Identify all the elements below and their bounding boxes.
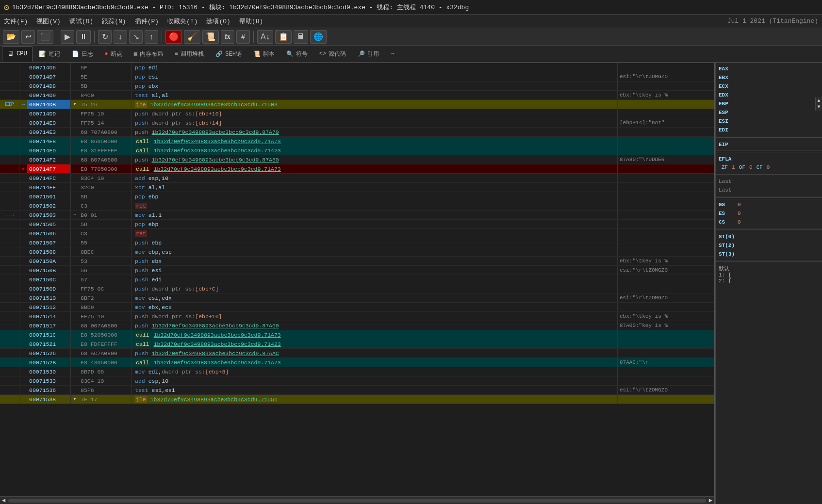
scroll-right-btn[interactable]: ▶: [707, 497, 714, 504]
operand[interactable]: 1b32d70ef9c3498893acbe3bcb9c3cd9.87A70: [152, 129, 279, 135]
menu-file[interactable]: 文件(F): [4, 17, 28, 26]
row-instruction[interactable]: push dword ptr ss:[ebp+10]: [132, 312, 617, 321]
row-address[interactable]: 0007150C: [27, 275, 71, 284]
tab-symbols[interactable]: 🔍 符号: [281, 46, 313, 62]
table-row[interactable]: 00071533 83C4 10 add esp,10: [0, 376, 714, 386]
row-instruction[interactable]: mov esi,edx: [132, 293, 617, 302]
bp-cell[interactable]: [19, 211, 27, 219]
bp-cell[interactable]: [19, 183, 27, 192]
bp-cell[interactable]: [19, 81, 27, 90]
bp-cell[interactable]: [19, 63, 27, 72]
table-row[interactable]: 000714FF 32C0 xor al,al: [0, 183, 714, 192]
table-row[interactable]: 000714ED E8 31FFFFFF call 1b32d70ef9c349…: [0, 146, 714, 155]
row-instruction[interactable]: push edi: [132, 275, 617, 284]
row-address[interactable]: 0007152B: [27, 358, 71, 367]
toolbar-script[interactable]: 📜: [202, 30, 219, 44]
st0-row[interactable]: ST(0): [719, 232, 819, 241]
bp-cell[interactable]: [19, 321, 27, 330]
toolbar-fx[interactable]: fx: [221, 30, 234, 44]
bp-cell[interactable]: [19, 266, 27, 275]
row-address[interactable]: 000714E3: [27, 128, 71, 136]
table-row[interactable]: 00071510 8BF2 mov esi,edx esi:"\r\tZOMGZ…: [0, 293, 714, 303]
seg-es-row[interactable]: ES 0: [719, 209, 819, 218]
table-row[interactable]: 00071505 5D pop ebp: [0, 220, 714, 229]
row-address[interactable]: 000714E0: [27, 118, 71, 127]
bp-cell[interactable]: [19, 303, 27, 311]
row-address[interactable]: 00071538: [27, 395, 71, 404]
reg-scroll-down[interactable]: ▼: [817, 104, 820, 110]
row-address[interactable]: 0007151C: [27, 330, 71, 339]
row-instruction[interactable]: ret: [132, 201, 617, 210]
flag-zf-val[interactable]: 1: [732, 164, 735, 170]
operand[interactable]: 1b32d70ef9c3498893acbe3bcb9c3cd9.71A73: [154, 332, 281, 338]
tab-script[interactable]: 📜 脚本: [248, 46, 280, 62]
toolbar-open[interactable]: 📂: [3, 30, 19, 44]
operand[interactable]: 1b32d70ef9c3498893acbe3bcb9c3cd9.71503: [150, 101, 278, 108]
row-address[interactable]: 000714D6: [27, 63, 71, 72]
row-instruction[interactable]: xor al,al: [132, 183, 617, 192]
row-instruction[interactable]: test esi,esi: [132, 386, 617, 394]
tab-notes[interactable]: 📝 笔记: [33, 46, 66, 62]
bp-cell[interactable]: [19, 109, 27, 118]
tab-seh[interactable]: 🔗 SEH链: [210, 46, 247, 62]
table-row[interactable]: EIP → 000714DB ▼ 75 26 jne 1b32d70ef9c34…: [0, 100, 714, 109]
row-instruction[interactable]: push dword ptr ss:[ebp+10]: [132, 109, 617, 118]
bp-cell[interactable]: [19, 229, 27, 238]
bp-cell[interactable]: [19, 293, 27, 302]
toolbar-hash[interactable]: #: [236, 30, 250, 44]
row-address[interactable]: 000714E8: [27, 137, 71, 146]
toolbar-breakpoint[interactable]: 🔴: [165, 30, 182, 44]
table-row[interactable]: 0007150C 57 push edi: [0, 275, 714, 284]
row-address[interactable]: 00071502: [27, 201, 71, 210]
row-address[interactable]: 00071530: [27, 367, 71, 376]
toolbar-calc[interactable]: 🖩: [294, 30, 308, 44]
bp-cell[interactable]: [19, 330, 27, 339]
flag-of-val[interactable]: 0: [749, 164, 753, 170]
toolbar-globe[interactable]: 🌐: [310, 30, 327, 44]
row-address[interactable]: 000714ED: [27, 146, 71, 155]
row-address[interactable]: 00071512: [27, 303, 71, 311]
toolbar-step-over[interactable]: ↘: [129, 30, 143, 44]
table-row[interactable]: 00071538 ▼ 7E 17 jle 1b32d70ef9c3498893a…: [0, 395, 714, 404]
reg-edi-row[interactable]: EDI: [719, 126, 819, 134]
disasm-panel[interactable]: 000714D6 5F pop edi 000714D7 5E pop esi …: [0, 63, 715, 504]
row-instruction[interactable]: ret: [132, 229, 617, 238]
row-address[interactable]: 00071507: [27, 238, 71, 247]
row-instruction[interactable]: push ebp: [132, 238, 617, 247]
bp-cell[interactable]: [19, 72, 27, 81]
toolbar-stop[interactable]: ⬛: [37, 30, 53, 44]
operand[interactable]: 1b32d70ef9c3498893acbe3bcb9c3cd9.71423: [154, 147, 281, 154]
bp-cell[interactable]: [19, 312, 27, 321]
table-row[interactable]: ● 000714F7 E8 77050000 call 1b32d70ef9c3…: [0, 164, 714, 174]
toolbar-run[interactable]: ▶: [61, 30, 74, 44]
row-address[interactable]: 000714DB: [27, 100, 71, 109]
table-row[interactable]: 000714D7 5E pop esi esi:"\r\tZOMGZO: [0, 72, 714, 81]
table-row[interactable]: 0007151C E8 52050000 call 1b32d70ef9c349…: [0, 330, 714, 340]
operand[interactable]: 1b32d70ef9c3498893acbe3bcb9c3cd9.71A73: [154, 138, 281, 145]
menu-help[interactable]: 帮助(H): [239, 17, 263, 26]
row-address[interactable]: 00071501: [27, 192, 71, 201]
operand[interactable]: 1b32d70ef9c3498893acbe3bcb9c3cd9.71423: [154, 341, 281, 347]
reg-efla-row[interactable]: EFLA: [719, 155, 819, 163]
bp-cell[interactable]: [19, 238, 27, 247]
flag-cf-val[interactable]: 0: [767, 164, 770, 170]
row-instruction[interactable]: call 1b32d70ef9c3498893acbe3bcb9c3cd9.71…: [132, 146, 617, 155]
bp-cell[interactable]: [19, 257, 27, 265]
tab-refs[interactable]: 🔎 引用: [352, 46, 384, 62]
tab-log[interactable]: 📄 日志: [66, 46, 99, 62]
row-address[interactable]: 00071521: [27, 340, 71, 348]
toolbar-modules[interactable]: 📋: [275, 30, 292, 44]
table-row[interactable]: 00071508 8BEC mov ebp,esp: [0, 247, 714, 257]
row-instruction[interactable]: mov ebp,esp: [132, 247, 617, 256]
table-row[interactable]: 00071502 C3 ret: [0, 201, 714, 211]
row-instruction[interactable]: pop ebx: [132, 81, 617, 90]
table-row[interactable]: 0007150B 56 push esi esi:"\r\tZOMGZO: [0, 266, 714, 275]
row-instruction[interactable]: push 1b32d70ef9c3498893acbe3bcb9c3cd9.87…: [132, 128, 617, 136]
table-row[interactable]: 00071517 68 007A0800 push 1b32d70ef9c349…: [0, 321, 714, 330]
bp-cell[interactable]: [19, 91, 27, 99]
st3-row[interactable]: ST(3): [719, 250, 819, 259]
bp-cell[interactable]: [19, 155, 27, 164]
row-address[interactable]: 000714FC: [27, 174, 71, 182]
bp-cell[interactable]: ●: [19, 164, 27, 173]
table-row[interactable]: 000714D6 5F pop edi: [0, 63, 714, 72]
